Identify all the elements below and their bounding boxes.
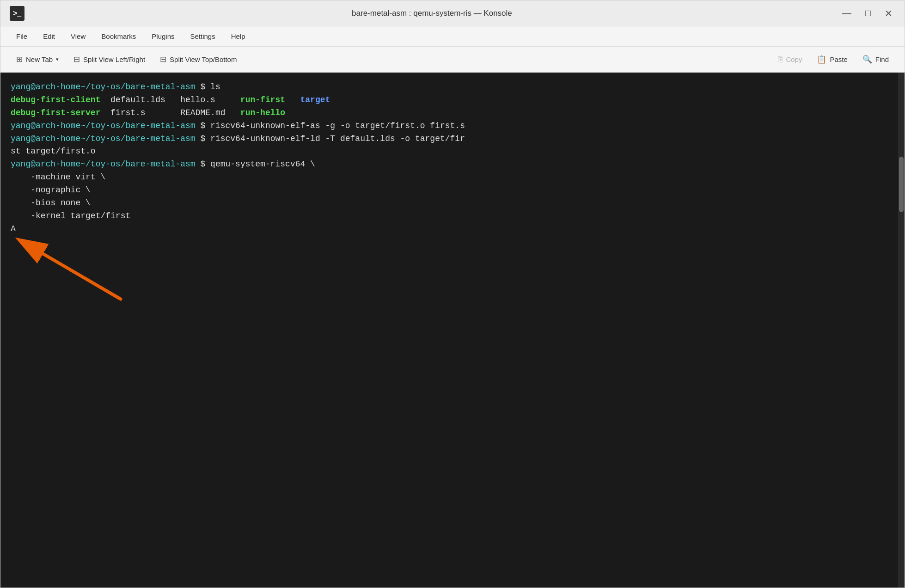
cmd-4-line1: -machine virt \	[11, 172, 105, 182]
cmd-4: $ qemu-system-riscv64 \	[196, 159, 315, 169]
window-title: bare-metal-asm : qemu-system-ris — Konso…	[24, 9, 839, 18]
find-label: Find	[875, 55, 889, 63]
copy-icon: ⎘	[778, 55, 783, 64]
cmd-2: $ riscv64-unknown-elf-as -g -o target/fi…	[196, 121, 465, 130]
prompt-3: yang@arch-home~/toy-os/bare-metal-asm	[11, 134, 196, 143]
menu-plugins[interactable]: Plugins	[145, 30, 181, 43]
split-tb-label: Split View Top/Bottom	[170, 55, 237, 63]
cmd-4-line3: -bios none \	[11, 198, 91, 208]
split-lr-icon: ⊟	[73, 55, 80, 64]
menu-file[interactable]: File	[10, 30, 34, 43]
scrollbar[interactable]	[898, 73, 905, 588]
app-icon: >_	[10, 6, 24, 21]
cmd-4-line2: -nographic \	[11, 185, 91, 195]
toolbar-right: ⎘ Copy 📋 Paste 🔍 Find	[771, 51, 895, 67]
paste-label: Paste	[830, 55, 847, 63]
prompt-2: yang@arch-home~/toy-os/bare-metal-asm	[11, 121, 196, 130]
cmd-3-cont: st target/first.o	[11, 147, 96, 156]
minimize-button[interactable]: —	[839, 6, 854, 20]
dir-target: target	[300, 95, 330, 104]
new-tab-dropdown-icon: ▾	[56, 56, 59, 62]
scrollbar-thumb[interactable]	[899, 157, 904, 212]
paste-button[interactable]: 📋 Paste	[810, 51, 854, 67]
close-button[interactable]: ✕	[882, 6, 895, 21]
terminal-output[interactable]: yang@arch-home~/toy-os/bare-metal-asm $ …	[0, 73, 898, 588]
split-tb-button[interactable]: ⊟ Split View Top/Bottom	[153, 51, 243, 67]
menu-edit[interactable]: Edit	[37, 30, 61, 43]
dir-run-first: run-first	[240, 95, 300, 104]
maximize-button[interactable]: □	[862, 6, 874, 20]
menu-help[interactable]: Help	[225, 30, 252, 43]
output-a: A	[11, 224, 16, 233]
prompt-1: yang@arch-home~/toy-os/bare-metal-asm	[11, 82, 196, 92]
menu-bookmarks[interactable]: Bookmarks	[95, 30, 142, 43]
new-tab-icon: ⊞	[16, 55, 23, 64]
split-tb-icon: ⊟	[160, 55, 166, 64]
split-lr-label: Split View Left/Right	[83, 55, 145, 63]
titlebar-controls: — □ ✕	[839, 6, 895, 21]
new-tab-label: New Tab	[26, 55, 53, 63]
menu-view[interactable]: View	[64, 30, 92, 43]
dir-run-hello: run-hello	[240, 108, 285, 117]
titlebar-left: >_	[10, 6, 24, 21]
split-lr-button[interactable]: ⊟ Split View Left/Right	[67, 51, 152, 67]
titlebar: >_ bare-metal-asm : qemu-system-ris — Ko…	[0, 0, 905, 26]
dir-debug-first-server: debug-first-server	[11, 108, 100, 117]
terminal-area[interactable]: yang@arch-home~/toy-os/bare-metal-asm $ …	[0, 73, 905, 588]
find-icon: 🔍	[862, 55, 872, 64]
copy-label: Copy	[786, 55, 802, 63]
toolbar: ⊞ New Tab ▾ ⊟ Split View Left/Right ⊟ Sp…	[0, 47, 905, 73]
cmd-4-line4: -kernel target/first	[11, 211, 130, 220]
new-tab-button[interactable]: ⊞ New Tab ▾	[10, 51, 65, 67]
file-default-lds: default.lds hello.s	[100, 95, 240, 104]
main-window: >_ bare-metal-asm : qemu-system-ris — Ko…	[0, 0, 905, 588]
menu-settings[interactable]: Settings	[184, 30, 222, 43]
file-first-s: first.s README.md	[100, 108, 240, 117]
terminal-icon-glyph: >_	[13, 9, 21, 18]
copy-button[interactable]: ⎘ Copy	[771, 52, 808, 67]
cmd-3: $ riscv64-unknown-elf-ld -T default.lds …	[196, 134, 465, 143]
prompt-4: yang@arch-home~/toy-os/bare-metal-asm	[11, 159, 196, 169]
menubar: File Edit View Bookmarks Plugins Setting…	[0, 26, 905, 47]
dir-debug-first-client: debug-first-client	[11, 95, 100, 104]
find-button[interactable]: 🔍 Find	[856, 51, 895, 67]
cmd-1: $ ls	[196, 82, 220, 92]
paste-icon: 📋	[817, 55, 826, 64]
